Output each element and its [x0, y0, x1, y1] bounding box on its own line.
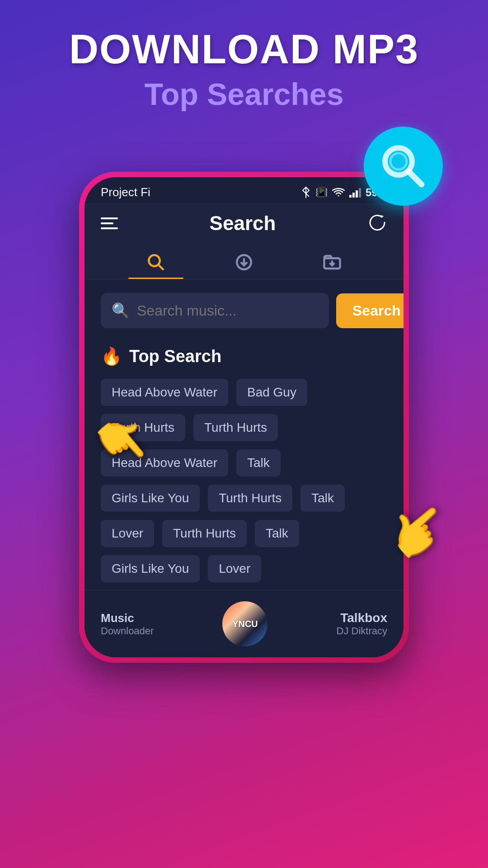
- app-bar: Search: [84, 203, 404, 244]
- tag-item[interactable]: Girls Like You: [101, 485, 200, 512]
- tag-item[interactable]: Lover: [101, 520, 154, 547]
- svg-line-8: [158, 264, 163, 269]
- fire-icon: 🔥: [101, 346, 122, 366]
- tag-item[interactable]: Talk: [300, 485, 345, 512]
- bluetooth-icon: [301, 186, 311, 199]
- search-tab-icon: [146, 253, 165, 272]
- tag-item[interactable]: Girls Like You: [101, 555, 200, 582]
- carrier-text: Project Fi: [101, 185, 150, 199]
- tag-item[interactable]: Talk: [255, 520, 299, 547]
- vibrate-icon: 📳: [315, 187, 328, 198]
- tag-item[interactable]: Lover: [208, 555, 261, 582]
- bottom-song-artist: DJ Diktracy: [337, 625, 387, 637]
- svg-point-2: [390, 153, 407, 170]
- top-section: DOWNLOAD MP3 Top Searches: [0, 0, 488, 125]
- tag-item[interactable]: Talk: [236, 449, 281, 476]
- svg-rect-5: [356, 190, 358, 198]
- bottom-right: Talkbox DJ Diktracy: [337, 611, 387, 637]
- magnifier-svg: [379, 142, 428, 191]
- arrow-pointer: 👉: [388, 502, 450, 561]
- phone-inner: Project Fi 📳: [84, 177, 404, 657]
- status-bar: Project Fi 📳: [84, 177, 404, 203]
- signal-icon: [349, 188, 361, 198]
- wifi-icon: [332, 188, 345, 198]
- main-title: DOWNLOAD MP3: [18, 27, 470, 72]
- sub-title: Top Searches: [18, 76, 470, 112]
- bottom-app-sub: Downloader: [101, 625, 154, 637]
- hamburger-menu[interactable]: [101, 217, 118, 229]
- search-circle-icon: [364, 127, 443, 206]
- tab-download[interactable]: [216, 244, 272, 279]
- refresh-icon: [367, 212, 387, 232]
- svg-line-1: [408, 171, 422, 184]
- bottom-left: Music Downloader: [101, 611, 154, 637]
- app-title: Search: [210, 212, 276, 235]
- svg-rect-3: [349, 195, 352, 198]
- tag-item[interactable]: Turth Hurts: [162, 520, 247, 547]
- refresh-button[interactable]: [367, 212, 387, 234]
- tag-item[interactable]: Turth Hurts: [208, 485, 292, 512]
- phone-outer: Project Fi 📳: [79, 172, 409, 663]
- bottom-album-art: YNCU: [222, 601, 267, 646]
- bottom-bar: Music Downloader YNCU Talkbox DJ Diktrac…: [84, 590, 404, 657]
- folder-tab-icon: [323, 253, 342, 272]
- bottom-song-title: Talkbox: [340, 611, 387, 625]
- svg-rect-6: [359, 188, 361, 198]
- tab-search[interactable]: [128, 244, 183, 279]
- svg-rect-4: [352, 193, 355, 198]
- search-input-icon: 🔍: [112, 302, 130, 319]
- download-tab-icon: [235, 253, 253, 272]
- phone-mockup: Project Fi 📳: [79, 172, 409, 663]
- bottom-app-title: Music: [101, 611, 154, 625]
